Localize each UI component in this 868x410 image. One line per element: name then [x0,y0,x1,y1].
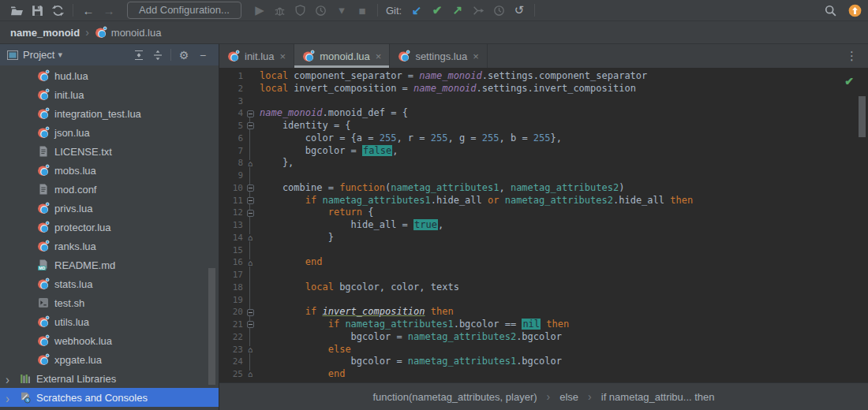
fold-marker-icon[interactable] [243,195,257,207]
git-history-icon[interactable] [488,2,509,19]
code-text[interactable]: }, [257,157,294,170]
code-line[interactable]: 12 return { [219,207,868,219]
coverage-icon[interactable] [290,2,311,19]
fold-marker-icon[interactable] [243,319,257,331]
code-text[interactable]: hide_all = true, [257,219,443,232]
code-line[interactable]: 3 [219,95,868,108]
code-text[interactable]: local bgcolor, color, texts [257,281,459,294]
breadcrumb-item[interactable]: if nametag_attribu... then [601,391,715,403]
tree-item-privs-lua[interactable]: privs.lua [0,199,219,218]
git-rollback-icon[interactable]: ↺ [509,2,529,19]
search-icon[interactable] [820,2,840,19]
code-line[interactable]: 1local component_separator = name_monoid… [219,70,868,83]
code-text[interactable] [257,294,260,307]
tree-item-stats-lua[interactable]: stats.lua [0,274,219,293]
code-line[interactable]: 21 if nametag_attributes1.bgcolor == nil… [219,319,868,331]
code-text[interactable] [257,95,260,108]
code-text[interactable]: return { [257,207,374,219]
fold-marker-icon[interactable]: ⌂ [243,344,257,356]
code-text[interactable]: else [257,344,351,356]
tree-item-hud-lua[interactable]: hud.lua [0,66,219,85]
tree-item-integration-test-lua[interactable]: integration_test.lua [0,104,219,123]
code-line[interactable]: 16⌂ end [219,256,868,269]
code-text[interactable]: bgcolor = nametag_attributes1.bgcolor [257,356,562,368]
tree-item-webhook-lua[interactable]: webhook.lua [0,331,219,350]
tree-item-scratches-and-consoles[interactable]: ›Scratches and Consoles [0,388,219,407]
fold-marker-icon[interactable]: ⌂ [243,232,257,244]
code-line[interactable]: 5 identity = { [219,120,868,132]
fold-marker-icon[interactable]: ⌂ [243,157,257,170]
code-text[interactable]: } [257,232,334,244]
code-editor[interactable]: ✔ 1local component_separator = name_mono… [219,68,868,382]
code-text[interactable] [257,170,260,182]
tree-item-readme-md[interactable]: MDREADME.md [0,255,219,274]
tab-settings-lua[interactable]: settings.lua× [390,44,487,68]
code-text[interactable]: identity = { [257,120,351,132]
code-line[interactable]: 24 bgcolor = nametag_attributes1.bgcolor [219,356,868,368]
tree-item-init-lua[interactable]: init.lua [0,85,219,104]
git-merge-icon[interactable] [468,2,488,19]
code-line[interactable]: 20 if invert_composition then [219,306,868,319]
code-text[interactable]: if nametag_attributes1.hide_all or namet… [257,195,693,207]
breadcrumb-item[interactable]: else [559,391,578,403]
fold-marker-icon[interactable]: ⌂ [243,256,257,269]
expand-all-icon[interactable] [129,47,148,64]
tab-close-icon[interactable]: × [473,50,479,62]
ide-update-icon[interactable] [848,4,862,17]
code-line[interactable]: 25⌂ end [219,368,868,381]
expand-chevron-icon[interactable]: › [6,390,19,405]
code-text[interactable] [257,244,260,257]
code-line[interactable]: 17 [219,269,868,281]
save-icon[interactable] [27,2,47,19]
code-text[interactable]: bgcolor = nametag_attributes2.bgcolor [257,331,562,344]
code-text[interactable]: name_monoid.monoid_def = { [257,107,408,120]
forward-icon[interactable]: → [99,2,119,19]
code-line[interactable]: 23⌂ else [219,344,868,356]
project-panel-title[interactable]: Project [23,49,54,61]
project-scrollbar[interactable] [208,268,215,385]
code-line[interactable]: 18 local bgcolor, color, texts [219,281,868,294]
tree-item-json-lua[interactable]: json.lua [0,123,219,142]
back-icon[interactable]: ← [78,2,99,19]
hide-icon[interactable]: − [193,47,212,64]
tree-item-protector-lua[interactable]: protector.lua [0,218,219,237]
fold-marker-icon[interactable] [243,207,257,219]
fold-marker-icon[interactable] [243,107,257,120]
breadcrumb-project[interactable]: name_monoid [10,27,80,39]
gear-icon[interactable]: ⚙ [174,47,193,64]
fold-marker-icon[interactable] [243,306,257,319]
code-text[interactable]: local invert_composition = name_monoid.s… [257,83,636,95]
tab-close-icon[interactable]: × [376,50,382,62]
code-line[interactable]: 11 if nametag_attributes1.hide_all or na… [219,195,868,207]
tree-item-mod-conf[interactable]: mod.conf [0,180,219,199]
code-line[interactable]: 4name_monoid.monoid_def = { [219,107,868,120]
tab-init-lua[interactable]: init.lua× [219,44,294,68]
sync-icon[interactable] [47,2,68,19]
breadcrumb-file[interactable]: monoid.lua [111,27,162,39]
expand-chevron-icon[interactable]: › [6,371,19,386]
code-text[interactable]: if nametag_attributes1.bgcolor == nil th… [257,319,569,331]
breadcrumb-item[interactable]: function(nametag_attributes, player) [372,391,537,403]
code-text[interactable]: color = {a = 255, r = 255, g = 255, b = … [257,132,562,145]
code-line[interactable]: 10 combine = function(nametag_attributes… [219,182,868,195]
fold-marker-icon[interactable]: ⌂ [243,368,257,381]
bug-icon[interactable] [270,2,290,19]
tab-monoid-lua[interactable]: monoid.lua× [294,44,390,68]
collapse-all-icon[interactable] [148,47,167,64]
tree-item-external-libraries[interactable]: ›External Libraries [0,369,219,388]
git-update-icon[interactable]: ↙ [406,2,427,19]
tree-item-license-txt[interactable]: LICENSE.txt [0,142,219,161]
code-text[interactable]: bgcolor = false, [257,145,398,158]
code-line[interactable]: 14⌂ } [219,232,868,244]
code-line[interactable]: 2local invert_composition = name_monoid.… [219,83,868,95]
chevron-down-icon[interactable]: ▾ [58,50,62,60]
git-commit-icon[interactable]: ✔ [427,2,447,19]
fold-marker-icon[interactable] [243,120,257,132]
code-line[interactable]: 7 bgcolor = false, [219,145,868,158]
code-line[interactable]: 8⌂ }, [219,157,868,170]
code-text[interactable]: if invert_composition then [257,306,454,319]
tab-options-icon[interactable]: ⋮ [836,49,868,63]
code-line[interactable]: 22 bgcolor = nametag_attributes2.bgcolor [219,331,868,344]
code-text[interactable]: local component_separator = name_monoid.… [257,70,647,83]
stop-icon[interactable]: ■ [352,2,372,19]
